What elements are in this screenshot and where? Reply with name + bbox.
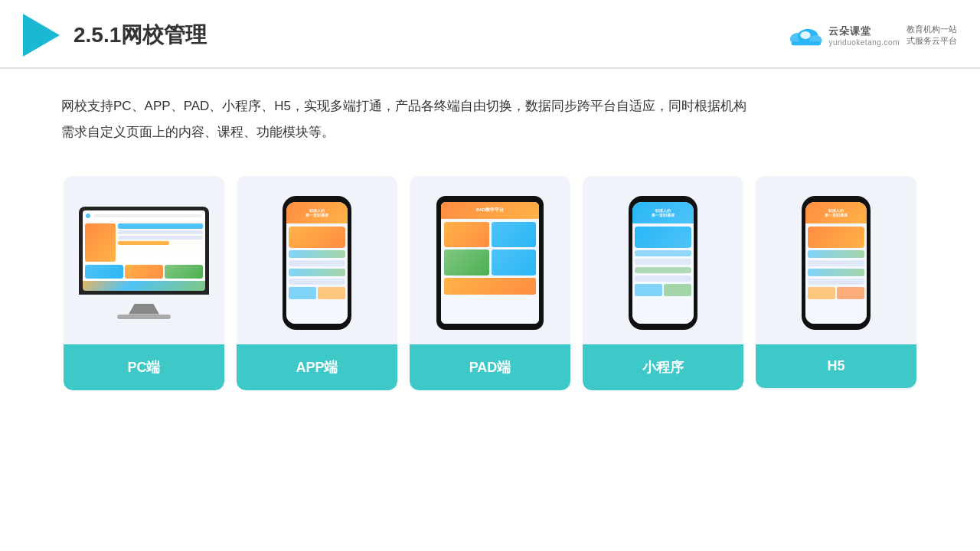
phone-notch-h5 [825, 196, 847, 201]
phone-screen-h5: 职涯人的第一堂职通课 [805, 202, 867, 324]
card-app-image: 职涯人的第一堂职通课 [237, 176, 397, 344]
brand-url: yunduoketang.com [828, 38, 900, 47]
monitor-screen [83, 210, 205, 291]
description-paragraph: 网校支持PC、APP、PAD、小程序、H5，实现多端打通，产品各终端自由切换，数… [61, 93, 919, 145]
card-pad-image: PAD教学平台 [410, 176, 570, 344]
svg-rect-3 [792, 41, 821, 45]
phone-notch-mini [652, 196, 674, 201]
card-miniapp: 职涯人的第一堂职通课 小程序 [583, 176, 743, 390]
card-app: 职涯人的第一堂职通课 APP端 [237, 176, 397, 390]
phone-screen-mini: 职涯人的第一堂职通课 [632, 202, 694, 324]
phone-notch [306, 196, 328, 201]
tablet-mockup: PAD教学平台 [436, 196, 544, 330]
tablet-screen: PAD教学平台 [441, 202, 539, 324]
brand-row: 云朵课堂 yunduoketang.com 教育机构一站 式服务云平台 [786, 24, 957, 47]
card-pc: PC端 [64, 176, 224, 390]
card-miniapp-label: 小程序 [583, 344, 743, 390]
phone-mockup-app: 职涯人的第一堂职通课 [283, 196, 351, 330]
brand-section: 云朵课堂 yunduoketang.com 教育机构一站 式服务云平台 [786, 24, 957, 47]
brand-tagline1: 教育机构一站 [906, 24, 957, 35]
card-pad: PAD教学平台 PAD端 [410, 176, 570, 390]
card-app-label: APP端 [237, 344, 397, 390]
phone-mockup-h5: 职涯人的第一堂职通课 [802, 196, 871, 330]
card-pad-label: PAD端 [410, 344, 570, 390]
page-title: 2.5.1网校管理 [74, 21, 207, 50]
card-h5: 职涯人的第一堂职通课 H5 [756, 176, 916, 390]
card-h5-image: 职涯人的第一堂职通课 [756, 176, 916, 344]
pc-mockup [79, 207, 209, 319]
brand-tagline2: 式服务云平台 [906, 35, 957, 47]
header: 2.5.1网校管理 云朵课堂 yunduoketang.com 教育机构一站 式… [0, 0, 980, 69]
phone-screen-app: 职涯人的第一堂职通课 [286, 202, 348, 324]
phone-mockup-miniapp: 职涯人的第一堂职通课 [629, 196, 697, 330]
description-text: 网校支持PC、APP、PAD、小程序、H5，实现多端打通，产品各终端自由切换，数… [0, 69, 980, 153]
header-left: 2.5.1网校管理 [23, 14, 207, 57]
brand-text: 云朵课堂 yunduoketang.com [828, 24, 900, 47]
card-h5-label: H5 [756, 344, 916, 388]
logo-icon [23, 14, 60, 57]
cards-container: PC端 职涯人的第一堂职通课 [0, 153, 980, 413]
card-pc-label: PC端 [64, 344, 224, 390]
card-miniapp-image: 职涯人的第一堂职通课 [583, 176, 743, 344]
card-pc-image [64, 176, 224, 344]
cloud-logo-icon [786, 24, 825, 47]
monitor-outer [79, 207, 209, 295]
svg-point-4 [801, 31, 811, 39]
brand-tagline: 教育机构一站 式服务云平台 [906, 24, 957, 47]
brand-name: 云朵课堂 [828, 24, 900, 38]
